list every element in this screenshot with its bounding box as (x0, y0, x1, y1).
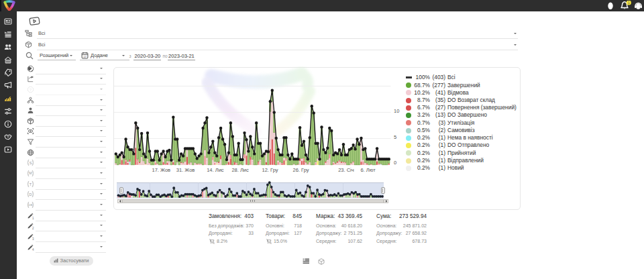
svg-text:%: % (270, 242, 272, 244)
svg-text:%: % (213, 242, 215, 244)
